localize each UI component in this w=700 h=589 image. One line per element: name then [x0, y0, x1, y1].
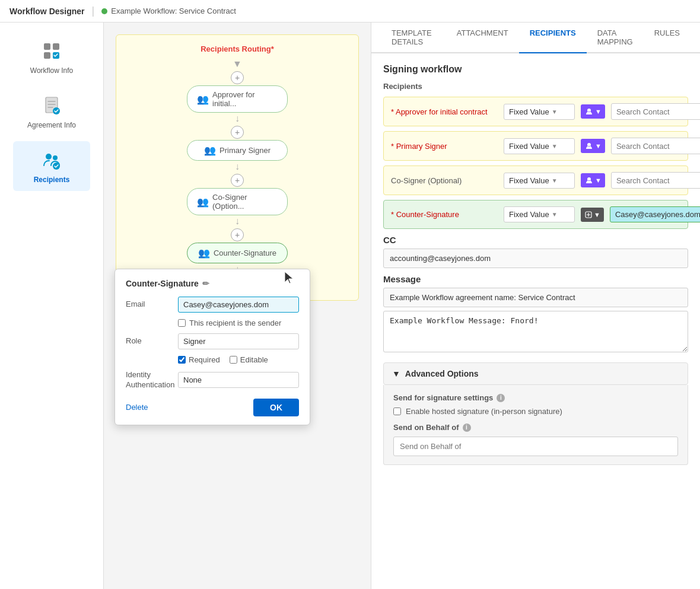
sidebar-item-recipients[interactable]: Recipients [13, 141, 90, 191]
popup-identity-input[interactable] [178, 372, 299, 388]
tab-template-details[interactable]: TEMPLATE DETAILS [381, 23, 446, 53]
sender-checkbox-label: This recipient is the sender [189, 319, 281, 327]
popup-email-input[interactable] [178, 297, 299, 313]
search-input-co-signer[interactable] [616, 176, 700, 185]
tab-rules[interactable]: RULES [644, 23, 691, 53]
editable-check: Editable [230, 355, 268, 364]
add-btn-3[interactable]: + [231, 174, 244, 187]
add-btn-1[interactable]: + [231, 71, 244, 84]
advanced-section: ▼ Advanced Options Send for signature se… [383, 362, 688, 465]
recipient-label-primary-signer: * Primary Signer [391, 142, 498, 151]
tabs-bar: TEMPLATE DETAILS ATTACHMENT RECIPIENTS D… [371, 23, 700, 53]
arrow-down-1: ▼ [233, 59, 242, 69]
search-input-approver[interactable] [616, 107, 700, 116]
sidebar-label-workflow-info: Workflow Info [30, 66, 73, 75]
search-input-primary-signer[interactable] [616, 142, 700, 151]
recipient-dropdown-co-signer[interactable]: Fixed Value ▼ [504, 173, 575, 189]
sidebar-item-agreement-info[interactable]: Agreement Info [13, 87, 90, 136]
send-sig-label: Send for signature settings i [393, 393, 678, 402]
popup-role-label: Role [126, 333, 173, 345]
chevron-down-icon: ▼ [392, 369, 400, 378]
edit-icon[interactable]: ✏ [202, 279, 209, 288]
delete-button[interactable]: Delete [126, 403, 148, 412]
workflow-info-icon [40, 39, 63, 63]
advanced-body: Send for signature settings i Enable hos… [383, 385, 688, 465]
hosted-sig-row: Enable hosted signature (in-person signa… [393, 407, 678, 416]
node-co-signer[interactable]: 👥 Co-Signer (Option... [187, 188, 288, 215]
workflow-box: Recipients Routing* ▼ + 👥 Approver for i… [116, 34, 359, 301]
popup-email-row: Email [126, 297, 299, 313]
app-title: Workflow Designer [9, 7, 85, 16]
recipient-dropdown-approver[interactable]: Fixed Value ▼ [504, 104, 575, 120]
popup-header: Counter-Signature ✏ [126, 279, 299, 288]
arrow-down-4: ↓ [235, 217, 240, 226]
popup-title: Counter-Signature ✏ [126, 279, 209, 288]
popup-checks: Required Editable [178, 355, 299, 364]
svg-point-7 [46, 154, 52, 160]
agreement-info-icon [40, 94, 63, 117]
advanced-label: Advanced Options [405, 369, 479, 378]
cc-section: CC accounting@caseyjones.dom [383, 235, 688, 268]
hosted-sig-label: Enable hosted signature (in-person signa… [406, 407, 562, 416]
recipient-row-primary-signer: * Primary Signer Fixed Value ▼ ▼ 🔍 [383, 131, 688, 161]
editable-label: Editable [240, 355, 268, 364]
dropdown-value-counter-signature: Fixed Value [509, 210, 549, 219]
tab-recipients[interactable]: RECIPIENTS [519, 23, 587, 53]
arrow-down-2: ↓ [235, 114, 240, 123]
sidebar-item-workflow-info[interactable]: Workflow Info [13, 32, 90, 82]
svg-rect-1 [53, 43, 59, 50]
info-icon-sig[interactable]: i [497, 394, 505, 402]
counter-sig-email: Casey@caseyjones.dom [610, 206, 700, 222]
recipient-icon-btn-counter-signature[interactable]: ▼ [581, 208, 604, 222]
arrow-down-3: ↓ [235, 162, 240, 171]
add-btn-2[interactable]: + [231, 126, 244, 139]
workflow-area: Recipients Routing* ▼ + 👥 Approver for i… [104, 23, 371, 589]
popup-role-input[interactable] [178, 333, 299, 349]
sidebar-label-recipients: Recipients [34, 176, 70, 184]
recipient-dropdown-primary-signer[interactable]: Fixed Value ▼ [504, 138, 575, 154]
search-field-primary-signer[interactable]: 🔍 [611, 138, 700, 154]
status-dot [101, 8, 107, 14]
message-section: Message Example Workflow agreement name:… [383, 274, 688, 354]
workflow-name: Example Workflow: Service Contract [111, 7, 236, 15]
right-panel: TEMPLATE DETAILS ATTACHMENT RECIPIENTS D… [371, 23, 700, 589]
recipient-row-co-signer: Co-Signer (Optional) Fixed Value ▼ ▼ 🔍 [383, 165, 688, 195]
info-icon-behalf[interactable]: i [463, 424, 471, 432]
send-on-behalf-input[interactable] [393, 437, 678, 456]
node-approver[interactable]: 👥 Approver for initial... [187, 85, 288, 113]
popup-footer: Delete OK [126, 399, 299, 416]
ok-button[interactable]: OK [253, 399, 299, 416]
dropdown-value-co-signer: Fixed Value [509, 176, 549, 185]
required-label: Required [189, 355, 220, 364]
cc-label: CC [383, 235, 688, 245]
popup-sender-checkbox-row: This recipient is the sender [178, 319, 299, 327]
add-btn-4[interactable]: + [231, 228, 244, 241]
search-field-co-signer[interactable]: 🔍 [611, 172, 700, 189]
popup-identity-label: Identity Authentication [126, 370, 173, 390]
node-primary-signer[interactable]: 👥 Primary Signer [187, 140, 288, 161]
svg-point-8 [53, 155, 58, 160]
message-textarea[interactable] [383, 311, 688, 352]
recipients-section-label: Recipients [383, 82, 688, 91]
recipient-icon-btn-approver[interactable]: ▼ [581, 104, 605, 119]
recipient-row-approver: * Approver for initial contract Fixed Va… [383, 97, 688, 126]
workflow-box-title: Recipients Routing* [201, 44, 274, 53]
svg-rect-0 [44, 43, 50, 50]
popup-identity-row: Identity Authentication [126, 370, 299, 390]
required-checkbox[interactable] [178, 356, 186, 364]
tab-data-mapping[interactable]: DATA MAPPING [587, 23, 644, 53]
recipient-icon-btn-primary-signer[interactable]: ▼ [581, 139, 605, 153]
counter-signature-popup: Counter-Signature ✏ Email This recipient… [114, 269, 310, 425]
recipient-dropdown-counter-signature[interactable]: Fixed Value ▼ [504, 206, 575, 222]
tab-attachment[interactable]: ATTACHMENT [446, 23, 519, 53]
search-field-approver[interactable]: 🔍 [611, 103, 700, 120]
recipient-label-counter-signature: * Counter-Signature [391, 210, 498, 219]
sender-checkbox[interactable] [178, 319, 186, 327]
hosted-sig-checkbox[interactable] [393, 407, 401, 415]
advanced-header[interactable]: ▼ Advanced Options [383, 362, 688, 385]
recipient-icon-btn-co-signer[interactable]: ▼ [581, 173, 605, 187]
recipients-icon [40, 148, 63, 172]
editable-checkbox[interactable] [230, 356, 237, 364]
left-sidebar: Workflow Info Agreement Info [0, 23, 104, 589]
node-counter-signature[interactable]: 👥 Counter-Signature [187, 243, 288, 263]
